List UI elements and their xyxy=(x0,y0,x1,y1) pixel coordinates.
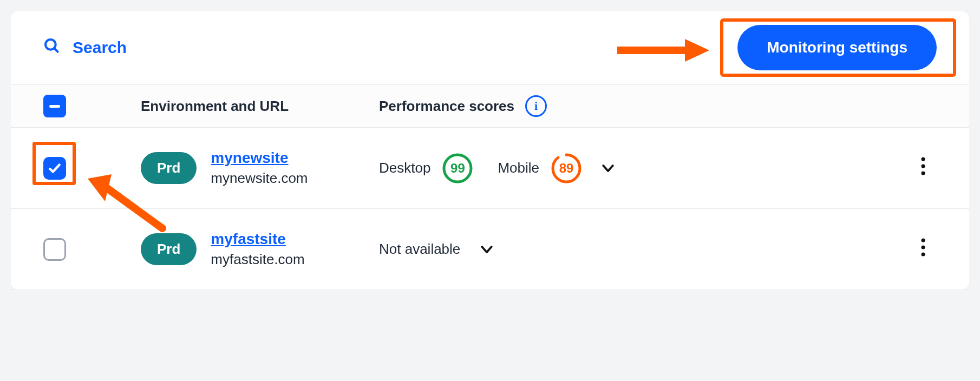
table-row: Prd myfastsite myfastsite.com Not availa… xyxy=(11,209,969,290)
environment-badge: Prd xyxy=(141,152,197,184)
minus-icon xyxy=(49,105,60,108)
column-perf-header: Performance scores xyxy=(379,98,514,115)
sites-card: Search Monitoring settings Environment a… xyxy=(11,11,969,290)
site-domain: mynewsite.com xyxy=(211,170,308,187)
svg-point-8 xyxy=(922,157,925,161)
row-actions-menu[interactable] xyxy=(915,152,931,185)
perf-desktop-label: Desktop xyxy=(379,160,430,176)
search-placeholder: Search xyxy=(73,38,127,57)
select-all-checkbox[interactable] xyxy=(43,95,66,117)
site-name-link[interactable]: mynewsite xyxy=(211,149,288,166)
svg-point-13 xyxy=(922,253,925,257)
expand-row-toggle[interactable] xyxy=(600,160,616,176)
environment-badge: Prd xyxy=(141,233,197,265)
row-checkbox[interactable] xyxy=(43,238,66,261)
site-domain: myfastsite.com xyxy=(211,251,304,268)
row-checkbox[interactable] xyxy=(43,157,66,180)
expand-row-toggle[interactable] xyxy=(479,241,495,258)
svg-point-10 xyxy=(922,172,925,175)
svg-line-1 xyxy=(54,48,58,52)
perf-desktop-score: 99 xyxy=(442,153,473,183)
perf-not-available: Not available xyxy=(379,241,460,258)
header-bar: Search Monitoring settings xyxy=(11,11,969,84)
svg-point-9 xyxy=(922,165,925,168)
site-name-link[interactable]: myfastsite xyxy=(211,231,286,247)
svg-marker-3 xyxy=(685,39,709,62)
svg-point-6 xyxy=(444,155,471,182)
search-area[interactable]: Search xyxy=(43,37,127,58)
perf-mobile-label: Mobile xyxy=(498,160,539,176)
column-header-row: Environment and URL Performance scores i xyxy=(11,84,969,128)
perf-mobile-score: 89 xyxy=(551,153,582,183)
search-icon xyxy=(43,37,61,58)
svg-point-11 xyxy=(922,239,925,242)
info-icon[interactable]: i xyxy=(525,95,547,117)
svg-point-7 xyxy=(553,155,580,182)
column-env-header: Environment and URL xyxy=(141,98,379,115)
svg-point-12 xyxy=(922,246,925,249)
table-row: Prd mynewsite mynewsite.com Desktop 99 M… xyxy=(11,128,969,209)
monitoring-settings-button[interactable]: Monitoring settings xyxy=(737,25,937,70)
callout-arrow-right-icon xyxy=(617,37,709,66)
row-actions-menu[interactable] xyxy=(915,233,931,266)
